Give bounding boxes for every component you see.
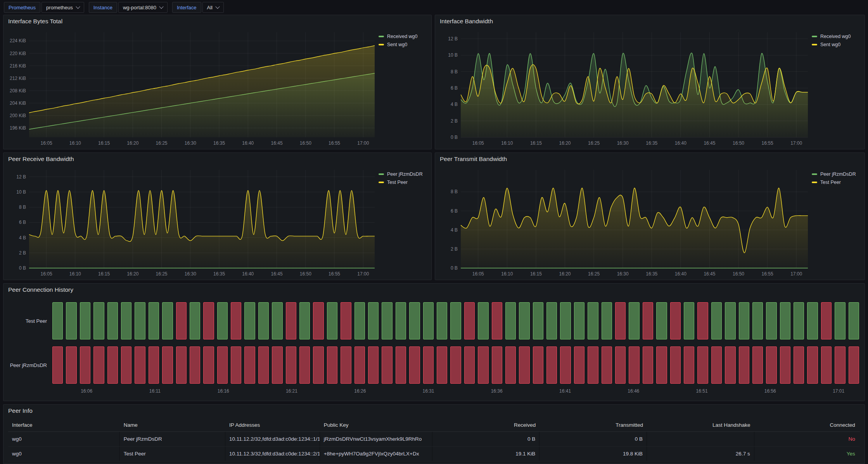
status-bar-disconnected <box>368 346 379 384</box>
table-cell-last-handshake <box>647 432 754 446</box>
status-bar-disconnected <box>464 346 475 384</box>
variable-value-prometheus[interactable]: prometheus <box>41 2 84 13</box>
table-cell-ip-addresses: 10.11.12.2/32,fdfd:d3ad:c0de:1234::1/128 <box>225 432 320 446</box>
panel-title[interactable]: Peer Transmit Bandwidth <box>440 156 507 163</box>
legend-item[interactable]: Sent wg0 <box>379 40 428 48</box>
y-tick-label: 8 B <box>451 69 458 74</box>
status-bar-disconnected <box>135 346 145 384</box>
status-bar-connected <box>602 302 612 339</box>
status-bar-disconnected <box>203 346 214 384</box>
x-tick-label: 16:20 <box>127 140 138 146</box>
status-bar-disconnected <box>327 346 337 384</box>
status-bar-disconnected <box>615 302 626 339</box>
table-header-name[interactable]: Name <box>120 419 225 431</box>
status-bar-disconnected <box>341 302 351 339</box>
x-tick-label: 16:05 <box>472 140 484 146</box>
x-tick-label: 16:30 <box>185 140 196 146</box>
series-line <box>29 190 375 242</box>
panel-interface-bandwidth: Interface Bandwidth 12 B10 B8 B6 B4 B2 B… <box>435 15 865 149</box>
table-cell-received: 19.1 KiB <box>432 447 540 461</box>
status-bar-disconnected <box>794 346 804 384</box>
panel-title[interactable]: Interface Bytes Total <box>8 18 62 25</box>
table-header-ip-addresses[interactable]: IP Addresses <box>225 419 320 431</box>
status-bar-disconnected <box>299 346 310 384</box>
status-bar-disconnected <box>121 346 131 384</box>
status-bar-connected <box>327 302 337 339</box>
x-tick-label: 16:31 <box>422 388 434 394</box>
legend-label: Sent wg0 <box>387 42 407 47</box>
y-tick-label: 208 KiB <box>10 88 26 93</box>
panel-title[interactable]: Peer Info <box>8 407 33 414</box>
y-tick-label: 0 B <box>19 265 26 271</box>
status-bar-connected <box>560 302 571 339</box>
status-bar-disconnected <box>656 346 667 384</box>
status-bar-disconnected <box>643 346 653 384</box>
legend-item[interactable]: Received wg0 <box>812 32 861 40</box>
legend-item[interactable]: Test Peer <box>379 178 428 186</box>
legend-item[interactable]: Peer jRzmDsDR <box>812 170 861 178</box>
table-cell-public-key: jRzmDsDRVnwCt13vsyamXherk9L9RhRo <box>320 432 432 446</box>
table-header-row: InterfaceNameIP AddressesPublic KeyRecei… <box>8 419 860 432</box>
status-bar-connected <box>437 302 447 339</box>
status-bar-disconnected <box>670 346 681 384</box>
status-bar-disconnected <box>588 346 598 384</box>
x-tick-label: 17:00 <box>357 271 369 277</box>
status-bar-disconnected <box>244 346 255 384</box>
table-header-transmitted[interactable]: Transmitted <box>539 419 647 431</box>
legend-item[interactable]: Peer jRzmDsDR <box>379 170 428 178</box>
status-bar-connected <box>107 302 118 339</box>
status-bar-disconnected <box>684 346 694 384</box>
x-tick-label: 16:05 <box>41 271 52 277</box>
table-row: wg0Test Peer10.11.12.3/32,fdfd:d3ad:c0de… <box>8 447 860 461</box>
legend-series-color-icon <box>812 44 817 45</box>
variable-value-interface[interactable]: All <box>202 2 224 13</box>
status-bar-disconnected <box>341 346 351 384</box>
x-tick-label: 16:11 <box>149 388 161 394</box>
x-tick-label: 16:05 <box>41 140 52 146</box>
status-bar-disconnected <box>52 346 63 384</box>
x-tick-label: 16:55 <box>329 140 340 146</box>
legend-label: Test Peer <box>820 180 841 185</box>
series-area <box>461 188 808 268</box>
x-tick-label: 16:05 <box>472 271 484 277</box>
table-header-received[interactable]: Received <box>432 419 540 431</box>
y-tick-label: 2 B <box>451 246 458 252</box>
variable-prometheus: Prometheus prometheus <box>4 2 84 13</box>
legend-item[interactable]: Received wg0 <box>379 32 428 40</box>
peer-info-table: InterfaceNameIP AddressesPublic KeyRecei… <box>8 419 860 464</box>
status-bar-connected <box>450 302 461 339</box>
x-tick-label: 16:50 <box>733 140 744 146</box>
status-bar-connected <box>135 302 145 339</box>
status-bar-disconnected <box>697 346 708 384</box>
x-tick-label: 16:35 <box>213 140 225 146</box>
panel-title[interactable]: Peer Connection History <box>8 286 73 293</box>
table-cell-interface: wg0 <box>8 447 120 461</box>
plot-area: 8 B6 B4 B2 B0 B16:0516:1016:1516:2016:25… <box>438 165 812 278</box>
table-header-connected[interactable]: Connected <box>754 419 859 431</box>
legend-item[interactable]: Sent wg0 <box>812 40 861 48</box>
y-tick-label: 6 B <box>451 208 458 214</box>
status-bar-disconnected <box>849 346 859 384</box>
legend-item[interactable]: Test Peer <box>812 178 861 186</box>
x-tick-label: 16:56 <box>764 388 776 394</box>
table-cell-name: Peer jRzmDsDR <box>120 432 225 446</box>
table-header-public-key[interactable]: Public Key <box>320 419 432 431</box>
variable-value-instance[interactable]: wg-portal:8080 <box>118 2 168 13</box>
panel-title[interactable]: Interface Bandwidth <box>440 18 493 25</box>
status-history-x-axis: 16:0616:1116:1616:2116:2616:3116:3616:41… <box>52 387 859 396</box>
status-bar-disconnected <box>533 346 543 384</box>
variable-instance: Instance wg-portal:8080 <box>89 2 168 13</box>
panel-title[interactable]: Peer Receive Bandwidth <box>8 156 74 163</box>
status-bar-connected <box>244 302 255 339</box>
x-tick-label: 16:25 <box>588 140 600 146</box>
status-bar-disconnected <box>231 302 241 339</box>
status-bar-disconnected <box>149 346 159 384</box>
status-bar-disconnected <box>505 346 516 384</box>
x-tick-label: 16:21 <box>286 388 297 394</box>
x-tick-label: 16:40 <box>675 271 686 277</box>
y-tick-label: 216 KiB <box>10 63 26 69</box>
table-header-last-handshake[interactable]: Last Handshake <box>647 419 754 431</box>
table-header-interface[interactable]: Interface <box>8 419 120 431</box>
x-tick-label: 17:00 <box>790 271 802 277</box>
y-tick-label: 196 KiB <box>10 125 26 131</box>
